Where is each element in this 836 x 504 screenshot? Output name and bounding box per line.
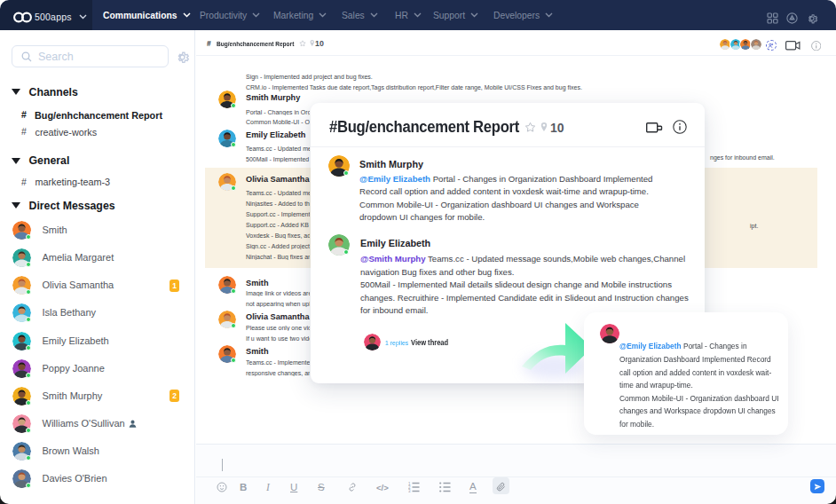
svg-text:3: 3 <box>408 489 411 492</box>
